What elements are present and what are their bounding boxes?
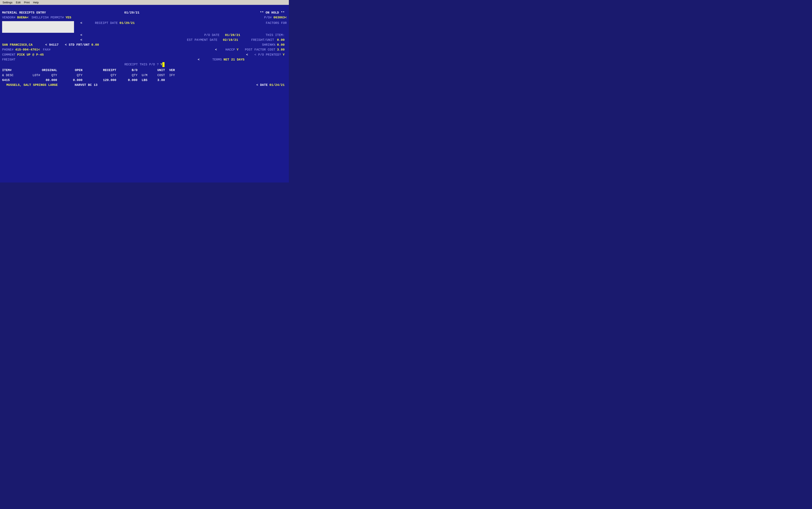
arrow-po-date: <: [80, 33, 82, 38]
col-unit-cost-header: UNIT: [152, 68, 169, 73]
table-header-row1: ITEM# ORIGINAL OPEN RECEIPT B/O UNIT VER: [0, 68, 289, 73]
row-phone: PHONE# 415-994-4761< FAX# < HACCP Y POST…: [0, 47, 289, 52]
col-ify-header: IFY: [169, 73, 180, 78]
arrow-est: <: [80, 38, 82, 42]
po-printed-label: < P/O PRINTED?: [255, 53, 281, 57]
zip-arrow-label: < 94117: [45, 42, 59, 47]
fax-label: FAX#: [43, 47, 50, 52]
table-data-row2: MUSSELS, SALT SPRINGS LARGE HARVST BC 13…: [0, 83, 289, 88]
row-est-payment: < EST PAYMENT DATE 02/19/21 FREIGHT/UNIT…: [0, 38, 289, 42]
col-bo-qty-header: QTY: [121, 73, 142, 78]
col-desc-header: & DESC: [2, 73, 28, 78]
col-original-header: ORIGINAL: [28, 68, 61, 73]
menu-settings[interactable]: Settings: [1, 0, 14, 4]
col-open-header: OPEN: [61, 68, 87, 73]
row-po-date: < P/O DATE 01/28/21 THIS ITEM:: [0, 33, 289, 38]
vendor-value: BUENA<: [17, 15, 29, 20]
material-receipts-label: MATERIAL RECEIPTS ENTRY: [2, 10, 123, 15]
col-receipt-qty-header: QTY: [87, 73, 121, 78]
post-factor-value: 3.80: [277, 47, 287, 52]
comment-label: COMMENT: [2, 53, 15, 57]
freight-unit-label: FREIGHT/UNIT: [246, 38, 274, 42]
receipt-date-value: 01/29/21: [120, 21, 135, 33]
haccp-label: HACCP: [226, 47, 235, 52]
item-um: LBS: [142, 78, 152, 83]
menubar: Settings Edit Print Help: [0, 0, 289, 5]
row-vendor: VENDOR# BUENA< SHELLFISH PERMIT# YES P/O…: [0, 15, 289, 20]
item-orig-qty: 80.000: [28, 78, 61, 83]
row-receipt-po: RECEIPT THIS P/O ? Y: [0, 62, 289, 67]
table-header-row2: & DESC LOT# QTY QTY QTY QTY U/M COST IFY: [0, 73, 289, 78]
col-lot-header: LOT#: [28, 73, 42, 78]
cursor: [162, 62, 165, 67]
row-input-box: < RECEIPT DATE 01/29/21 FACTORS FOR: [0, 21, 289, 33]
on-hold-label: ** ON HOLD **: [260, 10, 287, 15]
date-arrow: < DATE: [256, 83, 268, 88]
receipt-po-value: Y: [161, 62, 162, 67]
row-title: MATERIAL RECEIPTS ENTRY 01/29/21 ** ON H…: [0, 10, 289, 15]
vendor-input-box[interactable]: [2, 21, 74, 33]
terminal-area: MATERIAL RECEIPTS ENTRY MATERIAL RECEIPT…: [0, 5, 289, 182]
col-receipt-header: RECEIPT: [87, 68, 121, 73]
arrow-receipt: <: [80, 21, 82, 33]
haccp-value: Y: [237, 47, 239, 52]
col-bo-header: B/O: [121, 68, 142, 73]
terms-label: TERMS: [212, 57, 222, 62]
item-desc: MUSSELS, SALT SPRINGS LARGE: [6, 83, 58, 88]
po-date-value: 01/28/21: [225, 33, 240, 37]
item-receipt-qty: 120.000: [87, 78, 121, 83]
menu-print[interactable]: Print: [22, 0, 31, 4]
post-factor-label: POST FACTOR COST: [245, 47, 275, 52]
col-cost-header: COST: [152, 73, 169, 78]
std-frt-value: 0.00: [91, 42, 99, 47]
shrink-value: 0.00: [277, 42, 287, 47]
freight-label: FREIGHT: [2, 57, 15, 62]
col-um-header: U/M: [142, 73, 152, 78]
phone-label: PHONE#: [2, 47, 13, 52]
receipt-date-label: RECEIPT DATE: [95, 21, 118, 33]
shellfish-label: SHELLFISH PERMIT#: [32, 15, 64, 20]
row-city: SAN FRANCISCO,CA < 94117 < STD FRT/UNT 0…: [0, 42, 289, 47]
row-freight: FREIGHT < TERMS NET 21 DAYS: [0, 57, 289, 62]
po-date-label: P/O DATE: [204, 33, 219, 37]
comment-value: PICK UP @ P-45: [17, 53, 44, 57]
city-state: SAN FRANCISCO,CA: [2, 42, 33, 47]
shellfish-value: YES: [66, 15, 71, 20]
table-data-row1: 6415 80.000 0.000 120.000 0.000 LBS 3.80: [0, 78, 289, 83]
item-bo-qty: 0.000: [121, 78, 142, 83]
phone-value: 415-994-4761<: [15, 47, 40, 52]
menu-edit[interactable]: Edit: [14, 0, 22, 4]
col-verify-header: VER: [169, 68, 180, 73]
title-date-val: 01/29/21: [124, 10, 139, 15]
std-frt-label: < STD FRT/UNT: [65, 42, 90, 47]
item-open-qty: 0.000: [61, 78, 87, 83]
po-label: P/O#: [264, 15, 272, 20]
shrink-label: SHRINK%: [262, 42, 275, 47]
item-unit-cost: 3.80: [152, 78, 169, 83]
po-printed-value: Y: [283, 53, 287, 57]
terms-value: NET 21 DAYS: [224, 57, 287, 62]
item-number: 6415: [2, 78, 28, 83]
po-value: 063063<: [273, 15, 287, 20]
factors-for-label: FACTORS FOR: [266, 21, 287, 33]
screen-content: MATERIAL RECEIPTS ENTRY 01/29/21 ** ON H…: [0, 10, 289, 88]
item-harvst: HARVST BC 13: [75, 83, 98, 88]
menu-help[interactable]: Help: [31, 0, 40, 4]
est-payment-value: 02/19/21: [223, 38, 238, 42]
this-item-label: THIS ITEM:: [249, 33, 287, 38]
col-open-qty-header: QTY: [61, 73, 87, 78]
freight-unit-value: 0.00: [274, 38, 287, 42]
row-comment: COMMENT PICK UP @ P-45 < < P/O PRINTED? …: [0, 53, 289, 57]
est-payment-label: EST PAYMENT DATE: [187, 38, 217, 42]
col-item-header: ITEM#: [2, 68, 28, 73]
receipt-po-label: RECEIPT THIS P/O ?: [124, 62, 159, 67]
vendor-label: VENDOR#: [2, 15, 15, 20]
col-qty-header: QTY: [42, 73, 61, 78]
item-date-value: 01/24/21: [269, 83, 287, 88]
